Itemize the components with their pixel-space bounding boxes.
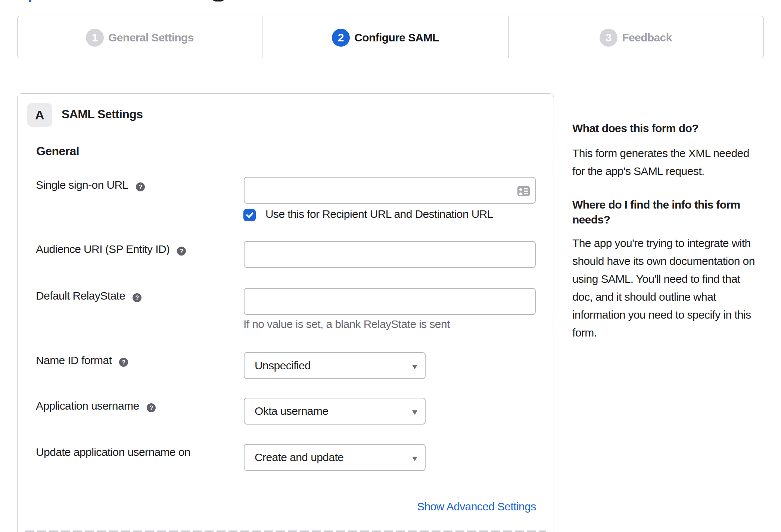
svg-text:?: ? <box>139 184 142 190</box>
svg-text:?: ? <box>136 295 139 301</box>
svg-text:?: ? <box>122 359 125 366</box>
svg-text:?: ? <box>180 248 183 254</box>
svg-text:?: ? <box>149 405 153 411</box>
